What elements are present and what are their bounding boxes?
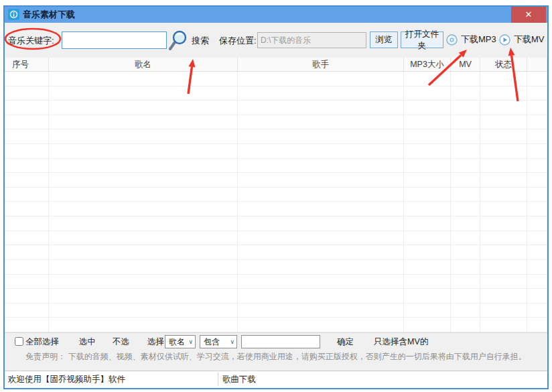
table-cell (480, 245, 527, 260)
table-cell (527, 245, 547, 260)
table-cell (480, 289, 527, 304)
table-cell (49, 159, 238, 174)
table-cell (451, 245, 480, 260)
table-cell (527, 72, 547, 86)
table-cell (480, 144, 527, 159)
table-cell (527, 129, 547, 144)
table-cell (5, 129, 49, 144)
download-mp3-button[interactable]: 下载MP3 (446, 32, 496, 47)
column-header[interactable]: 序号 (5, 58, 49, 71)
table-cell (49, 260, 238, 275)
match-select[interactable]: 包含 ∨ (200, 335, 237, 348)
table-cell (527, 101, 547, 115)
select-all-checkbox[interactable] (15, 337, 23, 346)
search-icon[interactable] (167, 29, 189, 52)
table-cell (5, 159, 49, 174)
table-cell (49, 101, 238, 115)
table-cell (404, 202, 451, 216)
table-cell (404, 173, 451, 188)
column-header[interactable]: 状态 (480, 58, 527, 71)
download-mv-label: 下载MV (514, 34, 545, 46)
table-cell (5, 144, 49, 159)
match-select-value: 包含 (204, 336, 220, 348)
table-cell (5, 72, 49, 86)
table-cell (451, 231, 480, 246)
table-cell (5, 260, 49, 275)
table-cell (480, 231, 527, 246)
table-cell (451, 304, 480, 318)
table-cell (480, 260, 527, 275)
table-cell (451, 275, 480, 289)
app-icon (8, 9, 19, 20)
table-cell (49, 129, 238, 144)
table-cell (5, 115, 49, 130)
table-cell (404, 86, 451, 101)
table-cell (480, 173, 527, 188)
table-cell (451, 86, 480, 101)
table-cell (480, 86, 527, 101)
table-cell (5, 318, 49, 332)
close-button[interactable]: ✕ (511, 7, 546, 23)
table-cell (480, 159, 527, 174)
song-table-body (5, 72, 547, 332)
table-cell (404, 115, 451, 130)
select-checked-button[interactable]: 选中 (79, 336, 96, 347)
table-cell (5, 202, 49, 216)
table-cell (404, 304, 451, 318)
table-cell (404, 129, 451, 144)
table-cell (451, 289, 480, 304)
field-select[interactable]: 歌名 ∨ (165, 335, 196, 348)
table-cell (5, 86, 49, 101)
table-cell (404, 188, 451, 202)
table-cell (480, 188, 527, 202)
table-cell (451, 144, 480, 159)
table-cell (404, 245, 451, 260)
title-bar (5, 7, 547, 23)
table-cell (49, 231, 238, 246)
open-folder-button[interactable]: 打开文件夹 (401, 31, 443, 48)
play-icon (499, 34, 510, 46)
table-cell (5, 231, 49, 246)
table-cell (5, 289, 49, 304)
table-cell (238, 72, 404, 86)
choose-label: 选择 (147, 336, 164, 347)
table-cell (404, 216, 451, 231)
confirm-button[interactable]: 确定 (337, 336, 354, 347)
table-cell (451, 72, 480, 86)
save-path-field[interactable] (257, 32, 366, 48)
unselect-button[interactable]: 不选 (113, 336, 129, 347)
keyword-input[interactable] (62, 31, 167, 49)
table-cell (238, 260, 404, 275)
table-cell (404, 275, 451, 289)
keyword-label: 音乐关键字: (8, 35, 54, 47)
table-cell (451, 173, 480, 188)
status-divider (218, 373, 218, 386)
table-cell (404, 72, 451, 86)
column-header[interactable]: MP3大小 (404, 58, 451, 71)
table-cell (527, 144, 547, 159)
filter-keyword-input[interactable] (241, 335, 320, 348)
table-cell (527, 202, 547, 216)
table-cell (238, 159, 404, 174)
table-cell (451, 202, 480, 216)
table-cell (49, 188, 238, 202)
search-button[interactable]: 搜索 (192, 35, 209, 47)
table-cell (480, 72, 527, 86)
table-cell (238, 275, 404, 289)
table-cell (404, 159, 451, 174)
column-header[interactable]: 歌名 (49, 58, 238, 71)
table-cell (238, 144, 404, 159)
column-header[interactable]: MV (451, 58, 480, 71)
select-all-label[interactable]: 全部选择 (25, 336, 59, 347)
column-header[interactable] (527, 58, 547, 71)
browse-button[interactable]: 浏览 (370, 31, 398, 48)
only-mv-button[interactable]: 只选择含MV的 (374, 336, 428, 347)
table-cell (451, 318, 480, 332)
table-cell (49, 173, 238, 188)
table-cell (451, 101, 480, 115)
table-cell (49, 275, 238, 289)
column-header[interactable]: 歌手 (238, 58, 404, 71)
download-mv-button[interactable]: 下载MV (499, 32, 545, 47)
table-cell (404, 101, 451, 115)
table-cell (238, 115, 404, 130)
